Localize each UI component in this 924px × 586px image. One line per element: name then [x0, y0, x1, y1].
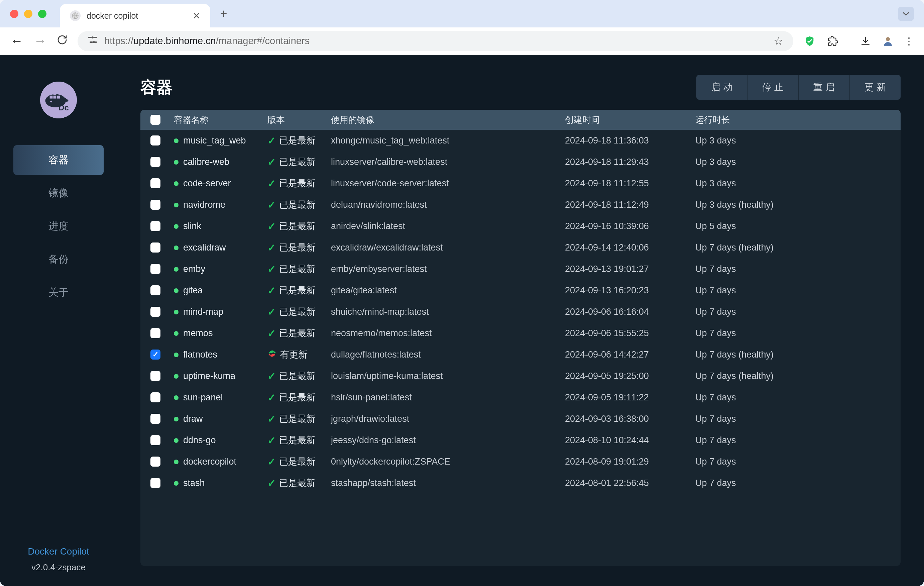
tab-favicon-icon: [70, 10, 81, 21]
version-label: 已是最新: [279, 177, 315, 189]
row-checkbox[interactable]: [150, 285, 160, 295]
row-checkbox-cell: [150, 478, 174, 488]
table-row[interactable]: emby✓已是最新emby/embyserver:latest2024-09-1…: [140, 258, 901, 280]
container-name: ddns-go: [183, 435, 216, 445]
sidebar: Dc 容器镜像进度备份关于 Docker Copilot v2.0.4-zspa…: [0, 55, 117, 586]
status-dot-icon: [174, 460, 178, 464]
row-checkbox[interactable]: [150, 392, 160, 402]
check-icon: ✓: [267, 477, 276, 489]
table-row[interactable]: gitea✓已是最新gitea/gitea:latest2024-09-13 1…: [140, 280, 901, 301]
bookmark-icon[interactable]: ☆: [774, 35, 783, 48]
table-row[interactable]: excalidraw✓已是最新excalidraw/excalidraw:lat…: [140, 237, 901, 258]
image-cell: 0nlylty/dockercopilot:ZSPACE: [331, 457, 565, 467]
profile-avatar-icon[interactable]: [882, 35, 894, 47]
table-row[interactable]: navidrome✓已是最新deluan/navidrome:latest202…: [140, 194, 901, 215]
table-row[interactable]: dockercopilot✓已是最新0nlylty/dockercopilot:…: [140, 451, 901, 472]
reload-button[interactable]: [57, 35, 68, 48]
site-settings-icon[interactable]: [87, 36, 97, 46]
sidebar-item-0[interactable]: 容器: [13, 145, 104, 175]
table-row[interactable]: calibre-web✓已是最新linuxserver/calibre-web:…: [140, 151, 901, 172]
table-row[interactable]: draw✓已是最新jgraph/drawio:latest2024-09-03 …: [140, 408, 901, 429]
row-checkbox[interactable]: [150, 307, 160, 317]
container-name: excalidraw: [183, 242, 226, 253]
action-button-1[interactable]: 停止: [747, 75, 799, 100]
container-name: gitea: [183, 285, 203, 295]
container-name: flatnotes: [183, 349, 217, 359]
table-row[interactable]: stash✓已是最新stashapp/stash:latest2024-08-0…: [140, 472, 901, 494]
sidebar-item-1[interactable]: 镜像: [13, 178, 104, 208]
table-row[interactable]: memos✓已是最新neosmemo/memos:latest2024-09-0…: [140, 323, 901, 344]
table-row[interactable]: sun-panel✓已是最新hslr/sun-panel:latest2024-…: [140, 387, 901, 408]
sidebar-item-3[interactable]: 备份: [13, 245, 104, 274]
row-checkbox[interactable]: [150, 435, 160, 445]
app-name-link[interactable]: Docker Copilot: [13, 546, 104, 557]
table-header: 容器名称 版本 使用的镜像 创建时间 运行时长: [140, 110, 901, 130]
version-label: 已是最新: [279, 199, 315, 211]
table-row[interactable]: ddns-go✓已是最新jeessy/ddns-go:latest2024-08…: [140, 429, 901, 451]
header-uptime: 运行时长: [695, 114, 891, 126]
browser-menu-icon[interactable]: ⋮: [904, 35, 914, 47]
created-cell: 2024-09-18 11:36:03: [565, 136, 695, 146]
row-checkbox[interactable]: [150, 200, 160, 210]
svg-rect-3: [89, 41, 93, 43]
version-cell: ✓已是最新: [267, 327, 331, 339]
row-checkbox[interactable]: [150, 264, 160, 274]
nav-forward-button[interactable]: →: [33, 34, 47, 48]
window-maximize-button[interactable]: [38, 10, 46, 18]
new-tab-button[interactable]: +: [217, 7, 230, 21]
update-available-icon: [267, 349, 277, 361]
uptime-cell: Up 7 days: [695, 435, 891, 445]
table-row[interactable]: code-server✓已是最新linuxserver/code-server:…: [140, 172, 901, 194]
table-row[interactable]: music_tag_web✓已是最新xhongc/music_tag_web:l…: [140, 130, 901, 151]
version-label: 已是最新: [279, 284, 315, 296]
container-name-cell: emby: [174, 264, 267, 274]
extensions-icon[interactable]: [826, 35, 839, 48]
table-row[interactable]: mind-map✓已是最新shuiche/mind-map:latest2024…: [140, 301, 901, 323]
window-minimize-button[interactable]: [24, 10, 33, 18]
window-close-button[interactable]: [10, 10, 18, 18]
row-checkbox[interactable]: [150, 478, 160, 488]
window-expand-button[interactable]: [898, 7, 914, 21]
tab-close-icon[interactable]: ✕: [193, 10, 200, 22]
sidebar-item-4[interactable]: 关于: [13, 278, 104, 307]
check-icon: ✓: [267, 328, 276, 339]
action-button-0[interactable]: 启动: [696, 75, 747, 100]
container-name: dockercopilot: [183, 457, 236, 467]
action-button-3[interactable]: 更新: [850, 75, 901, 100]
select-all-checkbox[interactable]: [150, 115, 160, 125]
row-checkbox[interactable]: [150, 178, 160, 188]
image-cell: shuiche/mind-map:latest: [331, 307, 565, 317]
status-dot-icon: [174, 310, 178, 315]
row-checkbox[interactable]: [150, 136, 160, 146]
nav-back-button[interactable]: ←: [10, 34, 23, 48]
table-row[interactable]: slink✓已是最新anirdev/slink:latest2024-09-16…: [140, 215, 901, 237]
row-checkbox[interactable]: [150, 221, 160, 231]
container-name: draw: [183, 414, 203, 424]
uptime-cell: Up 7 days: [695, 392, 891, 403]
app-root: Dc 容器镜像进度备份关于 Docker Copilot v2.0.4-zspa…: [0, 55, 924, 586]
sidebar-footer: Docker Copilot v2.0.4-zspace: [0, 533, 117, 586]
row-checkbox[interactable]: [150, 349, 160, 359]
row-checkbox[interactable]: [150, 457, 160, 467]
download-icon[interactable]: [859, 35, 872, 48]
check-icon: ✓: [267, 263, 276, 275]
row-checkbox[interactable]: [150, 371, 160, 381]
row-checkbox[interactable]: [150, 328, 160, 338]
row-checkbox[interactable]: [150, 242, 160, 253]
status-dot-icon: [174, 203, 178, 207]
version-cell: ✓已是最新: [267, 242, 331, 253]
version-cell: ✓已是最新: [267, 199, 331, 211]
row-checkbox[interactable]: [150, 157, 160, 167]
shield-icon[interactable]: [803, 35, 816, 48]
row-checkbox[interactable]: [150, 414, 160, 424]
address-bar[interactable]: https://update.binhome.cn/manager#/conta…: [78, 31, 793, 51]
created-cell: 2024-08-09 19:01:29: [565, 457, 695, 467]
version-cell: 有更新: [267, 349, 331, 361]
table-row[interactable]: flatnotes有更新dullage/flatnotes:latest2024…: [140, 344, 901, 365]
browser-tab[interactable]: docker copilot ✕: [60, 4, 210, 27]
table-row[interactable]: uptime-kuma✓已是最新louislam/uptime-kuma:lat…: [140, 365, 901, 387]
sidebar-item-2[interactable]: 进度: [13, 211, 104, 241]
svg-rect-2: [94, 37, 97, 38]
created-cell: 2024-09-03 16:38:00: [565, 414, 695, 424]
action-button-2[interactable]: 重启: [799, 75, 850, 100]
